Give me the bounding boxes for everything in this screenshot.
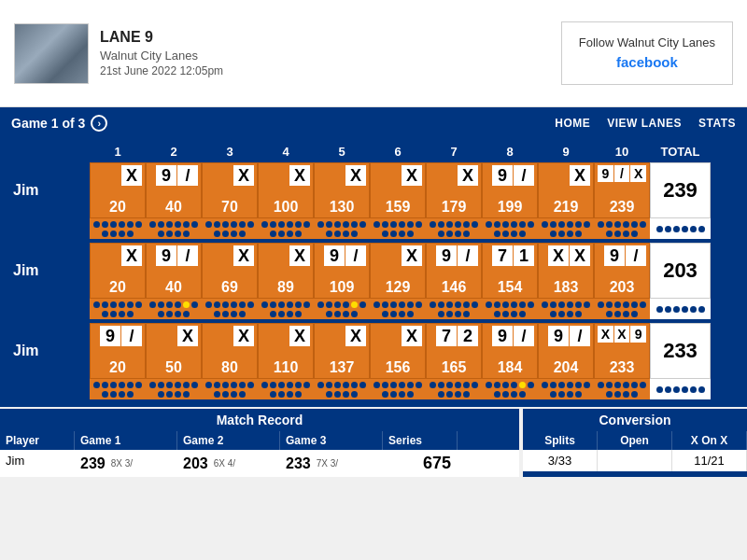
col-total: TOTAL (650, 145, 711, 159)
frame-total-1-4: 100 (259, 199, 313, 217)
match-record-row-1: Jim2398X 3/2036X 4/2337X 3/675 (0, 450, 519, 477)
conversion-rows: 3/33 11/21 (523, 450, 747, 471)
frame-2-7: 9/146 (426, 243, 482, 299)
player-name-3: Jim (6, 323, 90, 379)
game-label: Game 1 of 3 (11, 116, 85, 131)
ball-3-6-1: X (402, 326, 422, 346)
match-record-header: Player Game 1 Game 2 Game 3 Series (0, 431, 519, 450)
ball-3-8-1: 9 (492, 326, 513, 346)
pins-cell-2-1 (90, 299, 146, 319)
pins-cell-1-10 (594, 218, 650, 239)
facebook-text: Follow Walnut City Lanes (579, 34, 715, 52)
frame-total-1-6: 159 (371, 199, 425, 217)
ball-2-3-1: X (233, 245, 254, 266)
nav-view-lanes[interactable]: VIEW LANES (607, 117, 682, 130)
frame-3-9: 9/204 (538, 323, 594, 379)
ball-1-10-2: / (614, 165, 630, 182)
pins-cell-2-2 (146, 299, 202, 319)
mr-player: Jim (0, 450, 75, 477)
frame-2-10: 9/203 (594, 243, 650, 299)
pins-row-1 (6, 218, 741, 239)
conv-open (598, 450, 672, 471)
game-group-3: Jim9/20X50X80X110X137X156721659/1849/204… (6, 323, 741, 399)
ball-1-10-1: 9 (598, 165, 613, 182)
ball-2-7-2: / (458, 245, 478, 266)
frame-3-3: X80 (202, 323, 258, 379)
ball-2-2-1: 9 (156, 245, 176, 266)
game-total-2: 203 (650, 243, 711, 299)
ball-2-5-2: / (345, 245, 366, 266)
pins-cell-3-9 (538, 379, 594, 399)
ball-1-2-2: / (177, 165, 198, 186)
mr-series: 675 (383, 450, 458, 477)
ball-3-1-2: / (121, 326, 142, 346)
venue-name: Walnut City Lanes (100, 49, 223, 63)
ball-3-8-2: / (514, 326, 534, 346)
col-5: 5 (314, 145, 370, 159)
frame-total-3-2: 50 (147, 359, 201, 378)
conversion-row-1: 3/33 11/21 (523, 450, 747, 471)
frame-2-9: XX183 (538, 243, 594, 299)
pins-cell-1-6 (370, 218, 426, 239)
ball-1-8-1: 9 (492, 165, 513, 186)
facebook-link[interactable]: facebook (579, 52, 715, 74)
nav-links: HOME VIEW LANES STATS (555, 117, 736, 130)
frame-total-1-2: 40 (147, 199, 201, 217)
pins-cell-1-3 (202, 218, 258, 239)
col-1: 1 (90, 145, 146, 159)
frame-total-3-6: 156 (371, 359, 425, 378)
ball-3-10-3: 9 (630, 326, 646, 343)
frame-2-3: X69 (202, 243, 258, 299)
ball-1-7-1: X (458, 165, 478, 186)
nav-stats[interactable]: STATS (698, 117, 736, 130)
frame-total-3-4: 110 (259, 359, 313, 378)
frame-1-8: 9/199 (482, 162, 538, 218)
ball-1-5-1: X (345, 165, 366, 186)
scorecard: 1 2 3 4 5 6 7 8 9 10 TOTAL JimX209/40X70… (0, 139, 747, 407)
frame-total-3-8: 184 (483, 359, 537, 378)
col-9: 9 (538, 145, 594, 159)
frame-total-2-4: 89 (259, 279, 313, 298)
ball-2-9-2: X (570, 245, 590, 266)
ball-3-9-1: 9 (548, 326, 569, 346)
pins-cell-3-2 (146, 379, 202, 399)
ball-1-6-1: X (402, 165, 422, 186)
mr-game3: 2337X 3/ (280, 450, 383, 477)
ball-2-9-1: X (548, 245, 569, 266)
nav-bar: Game 1 of 3 › HOME VIEW LANES STATS (0, 107, 747, 139)
frame-total-3-9: 204 (539, 359, 593, 378)
ball-1-2-1: 9 (156, 165, 176, 186)
frame-3-5: X137 (314, 323, 370, 379)
nav-home[interactable]: HOME (555, 117, 590, 130)
ball-3-5-1: X (345, 326, 366, 346)
frame-1-2: 9/40 (146, 162, 202, 218)
ball-2-4-1: X (289, 245, 310, 266)
frames-row-1: JimX209/40X70X100X130X159X1799/199X2199/… (6, 162, 741, 218)
frame-total-1-3: 70 (203, 199, 257, 217)
frame-2-4: X89 (258, 243, 314, 299)
frame-total-3-1: 20 (91, 359, 145, 378)
player-name-2: Jim (6, 243, 90, 299)
frame-1-10: 9/X239 (594, 162, 650, 218)
ball-1-4-1: X (289, 165, 310, 186)
lane-label: LANE 9 (100, 29, 223, 46)
frame-total-2-1: 20 (91, 279, 145, 298)
col-8: 8 (482, 145, 538, 159)
pins-cell-3-4 (258, 379, 314, 399)
frame-total-1-9: 219 (539, 199, 593, 217)
pins-cell-1-8 (482, 218, 538, 239)
score-header-row: 1 2 3 4 5 6 7 8 9 10 TOTAL (6, 143, 741, 161)
ball-1-9-1: X (570, 165, 590, 186)
facebook-box[interactable]: Follow Walnut City Lanes facebook (561, 21, 733, 85)
game-indicator: Game 1 of 3 › (11, 115, 547, 132)
pins-cell-2-3 (202, 299, 258, 319)
bottom-section: Match Record Player Game 1 Game 2 Game 3… (0, 409, 747, 477)
frame-1-6: X159 (370, 162, 426, 218)
ball-2-10-1: 9 (604, 245, 625, 266)
col-7: 7 (426, 145, 482, 159)
pins-cell-2-8 (482, 299, 538, 319)
frame-3-7: 72165 (426, 323, 482, 379)
pins-row-3 (6, 379, 741, 399)
mr-header-series: Series (383, 431, 458, 450)
frame-total-2-7: 146 (427, 279, 481, 298)
